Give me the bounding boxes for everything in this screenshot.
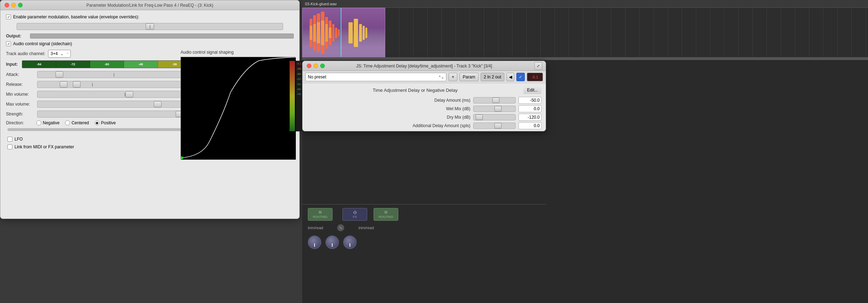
plugin-io-label: 2 in 2 out [481,73,504,81]
direction-negative[interactable]: Negative [36,120,59,125]
min-volume-label: Min volume: [6,92,34,97]
edit-btn[interactable]: Edit... [523,86,541,94]
svg-rect-12 [310,26,312,40]
sidechain-label: Audio control signal (sidechain) [13,41,72,46]
min-volume-thumb[interactable] [125,91,133,97]
signal-shaping-canvas[interactable] [181,57,295,159]
traffic-lights [5,3,23,7]
negative-radio[interactable] [36,120,41,125]
sidechain-checkbox[interactable] [6,41,11,46]
param-thumb-3[interactable] [494,123,502,129]
knob-1[interactable] [308,236,321,249]
attack-thumb[interactable] [55,71,63,78]
midi-link-label: Link from MIDI or FX parameter [14,144,74,149]
param-name-0: Delay Amount (ms) [307,98,470,103]
track-channel-label: Track audio channel: [6,51,45,56]
js-titlebar: JS: Time Adjustment Delay [delay/time_ad… [303,61,546,71]
vu-val-4: -42- [297,77,301,82]
svg-rect-11 [338,29,340,36]
param-thumb-2[interactable] [476,114,483,120]
param-name-1: Wet Mix (dB) [307,106,470,111]
transport-label-2: trim/read [358,226,374,230]
vu-gradient-bar [289,61,295,131]
mixer-btn-fx-icon: ⏻ [353,210,357,214]
mixer-btn-m-1-icon: M [319,210,322,214]
baseline-tick [150,25,150,29]
minimize-button[interactable] [11,3,16,7]
waveform-clip[interactable] [302,8,385,57]
release-thumb-2[interactable] [73,81,81,88]
param-thumb-0[interactable] [492,97,499,103]
param-btn[interactable]: Param [459,73,478,81]
mixer-btn-fx[interactable]: ⏻ FX [342,208,367,221]
prev-plugin-btn[interactable]: ◀ [506,73,514,81]
waveform-svg [303,8,385,57]
baseline-slider[interactable] [17,23,283,30]
release-thumb-1[interactable] [60,81,68,88]
param-slider-3[interactable] [473,123,516,129]
positive-radio[interactable] [95,120,100,125]
transport-icon-1[interactable]: ∿ [337,224,344,231]
vu-left-labels: -5.1 -18- -30- -42- -54- -66- -78- [296,61,302,131]
param-value-3[interactable]: 0.0 [518,122,541,129]
preset-value: No preset [308,75,326,79]
daw-background: 03-Kick-glued.wav [302,0,868,303]
param-value-2[interactable]: -120.0 [518,114,541,121]
signal-shaping-title: Audio control signal shaping [181,50,297,55]
svg-rect-16 [325,24,328,42]
max-volume-thumb[interactable] [154,101,162,107]
gray-divider [302,57,868,60]
param-slider-1[interactable] [473,106,516,112]
mixer-btn-m-2[interactable]: M ROUTING [374,208,398,221]
svg-rect-14 [317,22,320,43]
js-window-resize-btn[interactable]: ⤢ [534,62,542,70]
param-value-0[interactable]: -50.0 [518,97,541,104]
param-name-3: Additional Delay Amount (spls) [307,123,470,128]
param-mod-titlebar: Parameter Modulation/Link for Freq-Low P… [0,0,299,10]
svg-rect-9 [332,24,334,42]
max-volume-label: Max volume: [6,102,34,107]
sidechain-row: Audio control signal (sidechain) [6,41,294,46]
direction-centered[interactable]: Centered [65,120,89,125]
centered-radio[interactable] [65,120,70,125]
vu-val-1: -5.1 [297,61,301,66]
param-value-1[interactable]: 0.0 [518,105,541,112]
js-maximize-button[interactable] [320,64,325,68]
param-slider-2[interactable] [473,114,516,120]
baseline-row [6,23,294,30]
svg-rect-21 [359,24,362,42]
close-button[interactable] [5,3,9,7]
vu-left-strip: -5.1 -18- -30- -42- -54- -66- -78- [296,61,302,131]
meter-seg-2: -72 [56,61,90,68]
preset-select[interactable]: No preset ⌃⌄ [305,73,446,81]
js-traffic-lights [307,64,325,68]
mixer-btn-m-1[interactable]: M ROUTING [308,208,333,221]
knob-3[interactable] [343,236,357,249]
vu-val-7: -78- [297,92,301,97]
svg-rect-23 [365,28,367,38]
lfo-label: LFO [14,137,23,142]
lfo-checkbox[interactable] [7,137,12,142]
knob-2[interactable] [326,236,339,249]
js-param-grid: Delay Amount (ms) -50.0 Wet Mix (dB) 0.0… [307,97,541,129]
js-close-button[interactable] [307,64,311,68]
track-channel-value: 3+4 [51,51,58,56]
param-mod-title: Parameter Modulation/Link for Freq-Low P… [5,3,295,8]
track-channel-select[interactable]: 3+4 ⌄ [48,50,71,58]
midi-link-checkbox[interactable] [7,144,12,149]
param-slider-0[interactable] [473,97,516,103]
js-content: Time Adjustment Delay or Negative Delay … [303,83,546,132]
direction-positive[interactable]: Positive [95,120,116,125]
param-mod-window: Parameter Modulation/Link for Freq-Low P… [0,0,300,219]
dropdown-arrow: ⌄ [60,52,63,56]
js-minimize-button[interactable] [313,64,318,68]
svg-rect-13 [313,24,316,42]
mixer-btn-m-2-icon: M [385,210,387,214]
maximize-button[interactable] [18,3,23,7]
enable-toggle[interactable]: ✓ [516,73,525,81]
signal-shaping-svg [181,57,296,160]
enable-checkbox[interactable] [6,14,11,19]
param-thumb-1[interactable] [494,106,502,112]
direction-label: Direction: [6,120,31,125]
add-param-btn[interactable]: + [448,73,457,81]
